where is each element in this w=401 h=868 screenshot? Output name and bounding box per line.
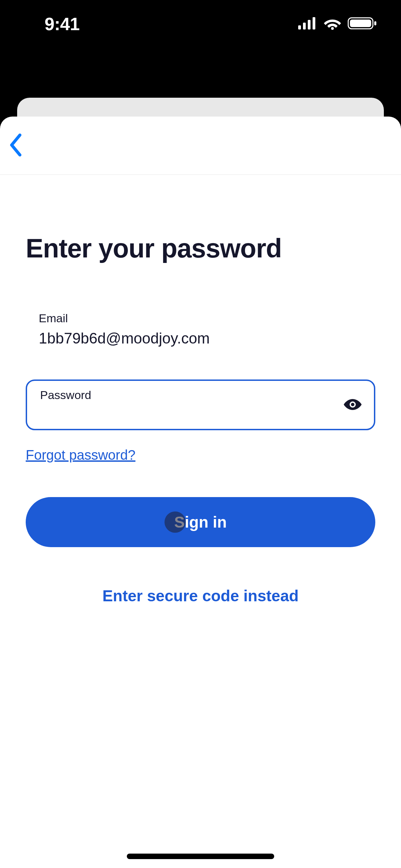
touch-indicator-icon [165, 511, 186, 533]
status-bar: 9:41 [0, 0, 401, 48]
home-indicator[interactable] [127, 854, 274, 859]
svg-rect-0 [298, 25, 301, 29]
email-label: Email [39, 312, 375, 325]
password-field[interactable]: Password [26, 379, 375, 430]
eye-icon [343, 398, 362, 412]
password-label: Password [40, 388, 333, 402]
wifi-icon [324, 17, 341, 31]
email-display: Email 1bb79b6d@moodjoy.com [26, 312, 375, 347]
sheet-header [0, 117, 401, 175]
forgot-password-link[interactable]: Forgot password? [26, 447, 135, 463]
svg-rect-3 [313, 17, 315, 29]
status-icons [298, 16, 377, 32]
cellular-icon [298, 17, 317, 31]
device-frame: 9:41 [0, 0, 401, 868]
svg-rect-2 [308, 20, 311, 29]
svg-rect-7 [374, 21, 376, 25]
battery-icon [348, 16, 377, 32]
content-area: Enter your password Email 1bb79b6d@moodj… [0, 175, 401, 612]
sign-in-button[interactable]: Sign in [26, 497, 375, 547]
svg-rect-1 [303, 23, 306, 29]
page-title: Enter your password [26, 233, 375, 264]
svg-point-4 [331, 27, 334, 30]
toggle-password-visibility-button[interactable] [342, 395, 363, 415]
back-button[interactable] [9, 132, 36, 159]
status-time: 9:41 [45, 14, 80, 34]
modal-sheet: Enter your password Email 1bb79b6d@moodj… [0, 117, 401, 868]
chevron-left-icon [9, 133, 23, 158]
password-input[interactable] [40, 406, 333, 423]
svg-rect-6 [350, 20, 371, 27]
email-value: 1bb79b6d@moodjoy.com [39, 330, 375, 347]
svg-point-9 [351, 403, 354, 406]
secure-code-link[interactable]: Enter secure code instead [26, 580, 375, 612]
